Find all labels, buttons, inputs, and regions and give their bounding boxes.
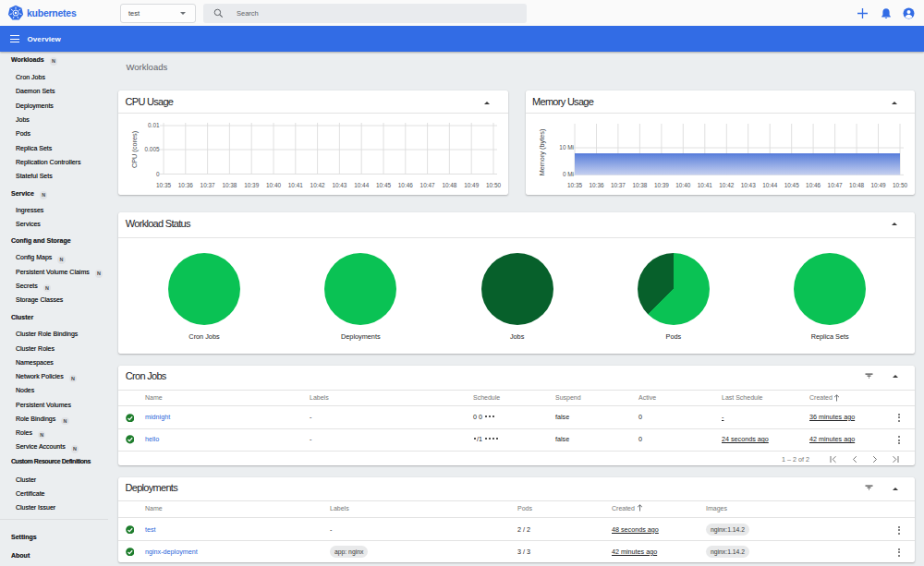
svg-text:0 Mi: 0 Mi — [563, 171, 574, 177]
svg-text:10:47: 10:47 — [828, 182, 843, 188]
svg-text:10:36: 10:36 — [178, 182, 193, 188]
svg-text:10:45: 10:45 — [376, 182, 391, 188]
svg-text:10:37: 10:37 — [201, 182, 215, 188]
svg-text:10:44: 10:44 — [354, 182, 369, 188]
svg-text:10:46: 10:46 — [398, 182, 413, 188]
svg-text:10:46: 10:46 — [806, 182, 821, 188]
svg-text:Memory (bytes): Memory (bytes) — [538, 129, 546, 176]
svg-text:10:47: 10:47 — [420, 182, 435, 188]
svg-text:10:41: 10:41 — [698, 182, 712, 188]
svg-text:10:40: 10:40 — [675, 182, 690, 188]
svg-text:10:43: 10:43 — [332, 182, 346, 188]
svg-text:10:42: 10:42 — [719, 182, 734, 188]
svg-text:10:40: 10:40 — [266, 182, 281, 188]
svg-text:10:43: 10:43 — [741, 182, 756, 188]
svg-text:0.005: 0.005 — [145, 146, 160, 152]
svg-text:10 Mi: 10 Mi — [559, 144, 574, 151]
svg-text:10:48: 10:48 — [442, 182, 456, 188]
svg-text:10:39: 10:39 — [244, 182, 259, 188]
svg-text:10:49: 10:49 — [464, 182, 479, 188]
svg-text:10:35: 10:35 — [567, 182, 582, 188]
svg-text:10:35: 10:35 — [156, 182, 171, 188]
svg-text:10:45: 10:45 — [784, 182, 799, 188]
svg-text:10:36: 10:36 — [590, 182, 604, 188]
svg-text:10:49: 10:49 — [871, 182, 886, 188]
svg-text:0: 0 — [156, 171, 160, 177]
svg-text:0.01: 0.01 — [148, 122, 160, 128]
svg-text:CPU (cores): CPU (cores) — [130, 131, 139, 168]
svg-text:10:42: 10:42 — [310, 182, 325, 188]
svg-text:10:38: 10:38 — [632, 182, 647, 188]
svg-text:10:38: 10:38 — [222, 182, 237, 188]
svg-text:10:50: 10:50 — [893, 182, 907, 188]
svg-text:10:41: 10:41 — [288, 182, 303, 188]
svg-text:10:37: 10:37 — [611, 182, 626, 188]
svg-text:10:50: 10:50 — [486, 182, 501, 188]
svg-text:10:48: 10:48 — [849, 182, 864, 188]
svg-text:10:39: 10:39 — [654, 182, 669, 188]
svg-text:10:44: 10:44 — [762, 182, 777, 188]
